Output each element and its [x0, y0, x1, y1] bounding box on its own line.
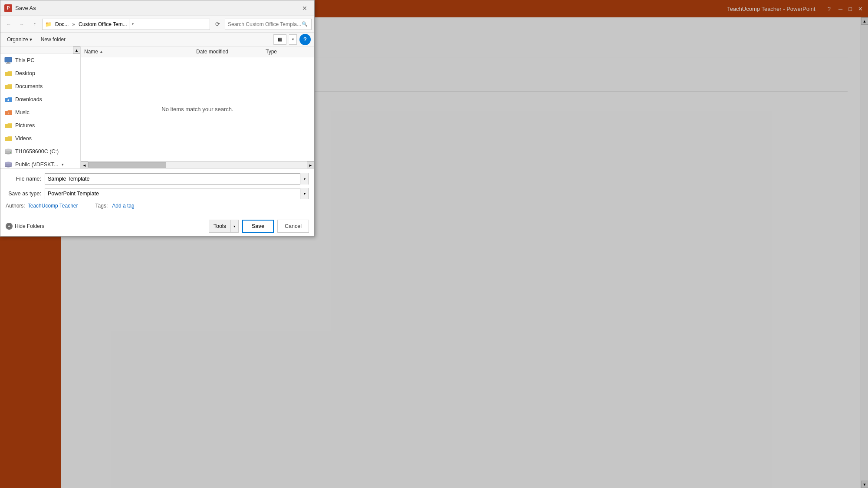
- forward-icon: →: [19, 21, 24, 27]
- breadcrumb-part1: Doc...: [55, 21, 69, 27]
- drive-c-icon: [4, 147, 13, 156]
- breadcrumb-part2: Custom Office Tem...: [79, 21, 127, 27]
- file-name-input-container: ▾: [45, 173, 309, 185]
- save-as-type-input[interactable]: [45, 191, 300, 197]
- sidebar-item-documents[interactable]: Documents: [0, 80, 80, 93]
- sidebar-item-downloads[interactable]: Downloads: [0, 93, 80, 106]
- authors-value[interactable]: TeachUcomp Teacher: [28, 203, 78, 209]
- tags-label: Tags:: [95, 203, 111, 209]
- sidebar-item-this-pc[interactable]: This PC: [0, 54, 80, 67]
- search-input[interactable]: [228, 21, 301, 27]
- date-col-label: Date modified: [196, 49, 228, 55]
- date-column-header[interactable]: Date modified: [193, 46, 262, 57]
- organize-button[interactable]: Organize ▾: [4, 35, 35, 44]
- horizontal-scrollbar[interactable]: ◄ ►: [81, 161, 314, 168]
- nav-label-music: Music: [15, 109, 30, 115]
- svg-point-10: [5, 162, 12, 164]
- dialog-nav-panel: ▲ This PC: [0, 46, 81, 168]
- view-icon: ▦: [278, 36, 282, 42]
- name-column-header[interactable]: Name ▲: [81, 46, 193, 57]
- sidebar-item-videos[interactable]: Videos: [0, 132, 80, 145]
- desktop-folder-icon: [4, 69, 13, 78]
- back-button[interactable]: ←: [3, 19, 14, 30]
- files-content-area: No items match your search.: [81, 57, 314, 161]
- new-folder-button[interactable]: New folder: [38, 35, 69, 44]
- search-box: 🔍: [225, 19, 312, 30]
- nav-label-drive-public: Public (\\DESKT...: [15, 162, 58, 168]
- dialog-files-area: Name ▲ Date modified Type No items match…: [81, 46, 314, 168]
- organize-label: Organize: [7, 36, 28, 43]
- nav-label-downloads: Downloads: [15, 96, 42, 102]
- tools-button-group: Tools ▾: [209, 220, 239, 233]
- svg-text:♪: ♪: [7, 112, 9, 115]
- tools-dropdown-button[interactable]: ▾: [231, 220, 239, 233]
- authors-label: Authors:: [6, 203, 28, 209]
- save-as-type-input-container: ▾: [45, 188, 309, 199]
- save-as-type-label: Save as type:: [6, 191, 45, 197]
- dialog-title: Save As: [15, 5, 299, 11]
- sort-arrow-icon: ▲: [99, 49, 103, 54]
- up-button[interactable]: ↑: [29, 19, 40, 30]
- view-dropdown-button[interactable]: ▾: [289, 34, 297, 45]
- folder-breadcrumb-icon: 📁: [45, 21, 52, 27]
- up-icon: ↑: [33, 21, 36, 27]
- forward-button[interactable]: →: [16, 19, 27, 30]
- documents-folder-icon: [4, 82, 13, 91]
- music-folder-icon: ♪: [4, 108, 13, 117]
- svg-rect-2: [6, 63, 10, 64]
- dialog-overlay: P Save As ✕ ← → ↑ 📁 Doc... » Custom Offi…: [0, 0, 868, 488]
- search-icon: 🔍: [302, 21, 308, 27]
- breadcrumb-bar[interactable]: 📁 Doc... » Custom Office Tem... ▾: [42, 19, 210, 30]
- view-button[interactable]: ▦: [273, 34, 286, 45]
- h-scroll-right-button[interactable]: ►: [307, 162, 314, 168]
- type-col-label: Type: [266, 49, 277, 55]
- dialog-form-area: File name: ▾ Save as type: ▾ Authors: Te…: [0, 168, 314, 216]
- sidebar-item-pictures[interactable]: Pictures: [0, 119, 80, 132]
- sidebar-item-desktop[interactable]: Desktop: [0, 67, 80, 80]
- save-as-type-row: Save as type: ▾: [6, 188, 309, 199]
- nav-scroll-up-btn[interactable]: ▲: [73, 46, 80, 54]
- tags-add-button[interactable]: Add a tag: [112, 203, 134, 209]
- hide-folders-button[interactable]: Hide Folders: [6, 223, 44, 230]
- refresh-icon: ⟳: [215, 21, 220, 27]
- nav-label-desktop: Desktop: [15, 70, 35, 76]
- save-as-type-dropdown-button[interactable]: ▾: [300, 188, 309, 199]
- dialog-toolbar-actions: Organize ▾ New folder ▦ ▾ ?: [0, 33, 314, 46]
- svg-rect-1: [7, 62, 10, 63]
- file-name-dropdown-button[interactable]: ▾: [300, 173, 309, 185]
- tools-button[interactable]: Tools: [209, 220, 231, 233]
- nav-label-videos: Videos: [15, 135, 32, 142]
- nav-label-documents: Documents: [15, 83, 43, 89]
- ppt-icon: P: [4, 4, 12, 12]
- help-button[interactable]: ?: [299, 34, 311, 45]
- h-scroll-thumb[interactable]: [88, 162, 166, 168]
- dialog-footer: Hide Folders Tools ▾ Save Cancel: [0, 216, 314, 236]
- sidebar-item-drive-c[interactable]: TI10658600C (C:): [0, 145, 80, 158]
- type-column-header[interactable]: Type: [262, 46, 314, 57]
- dialog-app-icon: P: [4, 4, 13, 13]
- dialog-close-button[interactable]: ✕: [299, 3, 311, 13]
- nav-label-this-pc: This PC: [15, 57, 34, 63]
- h-scroll-left-button[interactable]: ◄: [81, 162, 88, 168]
- save-button[interactable]: Save: [242, 220, 274, 233]
- sidebar-item-drive-public[interactable]: Public (\\DESKT... ▾: [0, 158, 80, 168]
- sidebar-item-music[interactable]: ♪ Music: [0, 106, 80, 119]
- files-column-headers: Name ▲ Date modified Type: [81, 46, 314, 57]
- file-name-input[interactable]: [45, 176, 300, 182]
- search-button[interactable]: 🔍: [301, 20, 309, 28]
- nav-label-pictures: Pictures: [15, 122, 35, 129]
- back-icon: ←: [6, 21, 11, 27]
- drive-network-icon: [4, 160, 13, 168]
- h-scroll-track[interactable]: [88, 162, 307, 168]
- hide-folders-icon: [6, 223, 13, 230]
- videos-folder-icon: [4, 134, 13, 143]
- cancel-button[interactable]: Cancel: [277, 220, 309, 233]
- drive-public-expand-icon[interactable]: ▾: [62, 162, 64, 167]
- refresh-button[interactable]: ⟳: [212, 19, 223, 30]
- dialog-toolbar-nav: ← → ↑ 📁 Doc... » Custom Office Tem... ▾ …: [0, 16, 314, 33]
- dialog-titlebar: P Save As ✕: [0, 0, 314, 16]
- pictures-folder-icon: [4, 121, 13, 130]
- tools-label: Tools: [214, 223, 226, 229]
- breadcrumb-dropdown[interactable]: ▾: [129, 19, 137, 30]
- file-name-row: File name: ▾: [6, 173, 309, 185]
